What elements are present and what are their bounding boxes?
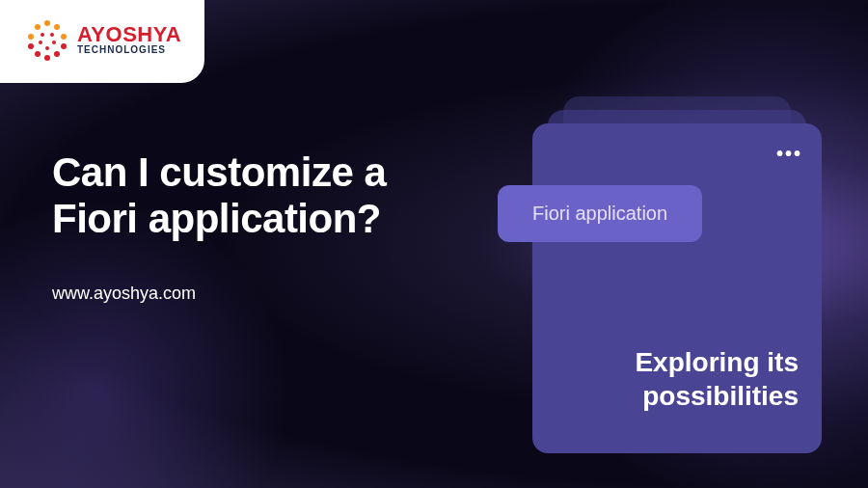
svg-point-9	[35, 24, 41, 30]
card-front: ••• Fiori application Exploring its poss…	[532, 123, 822, 453]
svg-point-8	[28, 34, 34, 40]
svg-point-4	[54, 51, 60, 57]
logo-subtext: TECHNOLOGIES	[77, 45, 181, 55]
card-body-text: Exploring its possibilities	[635, 345, 799, 413]
svg-point-10	[41, 33, 44, 37]
logo-brand: AYOSHYA	[77, 24, 181, 45]
svg-point-7	[28, 43, 34, 49]
pill-label: Fiori application	[498, 185, 702, 242]
content-left: Can I customize a Fiori application? www…	[52, 149, 476, 304]
svg-point-3	[61, 43, 67, 49]
headline: Can I customize a Fiori application?	[52, 149, 476, 243]
website-url: www.ayoshya.com	[52, 284, 476, 304]
svg-point-1	[54, 24, 60, 30]
svg-point-2	[61, 34, 67, 40]
card-stack: ••• Fiori application Exploring its poss…	[532, 96, 822, 453]
svg-point-13	[45, 46, 49, 50]
svg-point-6	[35, 51, 41, 57]
logo: AYOSHYA TECHNOLOGIES	[23, 15, 181, 64]
logo-icon	[23, 15, 71, 64]
card-body-line1: Exploring its	[635, 345, 799, 379]
logo-text: AYOSHYA TECHNOLOGIES	[77, 24, 181, 55]
logo-container: AYOSHYA TECHNOLOGIES	[0, 0, 204, 83]
svg-point-0	[44, 20, 50, 26]
svg-point-12	[52, 41, 56, 44]
more-icon: •••	[776, 143, 802, 165]
svg-point-14	[39, 41, 42, 44]
card-body-line2: possibilities	[635, 379, 799, 413]
svg-point-11	[50, 33, 54, 37]
svg-point-5	[44, 55, 50, 61]
